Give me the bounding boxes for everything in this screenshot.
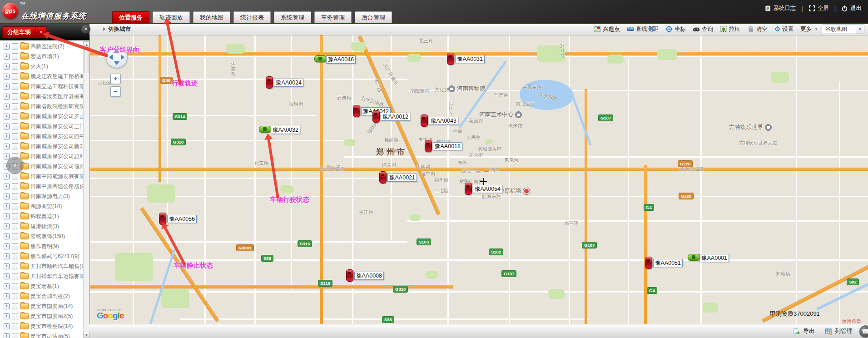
- nav-tab[interactable]: 轨迹回放: [153, 11, 190, 23]
- tree-item[interactable]: +灵宝市国资局(14): [0, 301, 84, 311]
- tree-checkbox[interactable]: [12, 103, 18, 109]
- tree-item[interactable]: +嘉铭装饰(150): [0, 231, 84, 241]
- terms-link[interactable]: 使用条款: [842, 318, 862, 324]
- tree-checkbox[interactable]: [12, 243, 18, 249]
- column-manage-button[interactable]: 列管理: [825, 327, 853, 335]
- tree-item[interactable]: +锦程奥迪(1): [0, 211, 84, 221]
- expand-icon[interactable]: +: [4, 293, 10, 299]
- tree-checkbox[interactable]: [12, 233, 18, 239]
- tree-item[interactable]: +河南威盾保安公司三门峡: [0, 121, 84, 131]
- tree-checkbox[interactable]: [12, 173, 18, 179]
- tree-checkbox[interactable]: [12, 193, 18, 199]
- sidebar-collapse-handle[interactable]: ‹: [6, 157, 24, 174]
- sidebar-scrollbar[interactable]: ▲ ▼: [83, 41, 89, 338]
- expand-icon[interactable]: +: [4, 124, 10, 129]
- scroll-down-icon[interactable]: ▼: [84, 332, 89, 338]
- fullscreen-link[interactable]: 全屏: [808, 5, 829, 12]
- tree-item[interactable]: +河南省汝英医疗器械有限公司: [0, 91, 84, 101]
- tree-item[interactable]: +火火(1): [0, 61, 84, 71]
- expand-icon[interactable]: +: [4, 323, 10, 329]
- tree-item[interactable]: +灵宝宏基(1): [0, 281, 84, 291]
- tree-item[interactable]: +灵宝市司法局(5): [0, 331, 84, 338]
- tree-checkbox[interactable]: [12, 93, 18, 99]
- coord-tool[interactable]: 坐标: [665, 25, 686, 33]
- scroll-up-icon[interactable]: ▲: [84, 41, 89, 48]
- tree-item[interactable]: +河南威盾保安公司西平: [0, 131, 84, 141]
- expand-icon[interactable]: +: [4, 74, 10, 80]
- nav-tab[interactable]: 车务管理: [314, 11, 352, 23]
- tree-checkbox[interactable]: [12, 213, 18, 219]
- tree-item[interactable]: +灵宝市国资局2(5): [0, 311, 84, 321]
- map-pan-control[interactable]: [106, 46, 128, 68]
- tree-item[interactable]: +开封市顺铃汽车销售(9): [0, 261, 84, 271]
- expand-icon[interactable]: +: [4, 174, 10, 179]
- expand-icon[interactable]: +: [4, 254, 10, 259]
- tree-checkbox[interactable]: [12, 303, 18, 309]
- nav-tab[interactable]: 位置服务: [112, 11, 149, 23]
- tree-item[interactable]: +灵宝市检察院(14): [0, 321, 84, 331]
- zoom-in-button[interactable]: +: [110, 74, 121, 84]
- expand-icon[interactable]: +: [4, 263, 10, 269]
- expand-icon[interactable]: +: [4, 94, 10, 99]
- tree-checkbox[interactable]: [12, 273, 18, 279]
- expand-icon[interactable]: +: [4, 214, 10, 219]
- tree-checkbox[interactable]: [12, 63, 18, 70]
- expand-icon[interactable]: +: [4, 194, 10, 199]
- tree-checkbox[interactable]: [12, 183, 18, 189]
- tree-item[interactable]: +河南立达工程科技有限公司: [0, 81, 84, 91]
- group-vehicles-button[interactable]: 分组车辆 ▼: [2, 26, 47, 38]
- ruler-tool[interactable]: 直线测距: [627, 25, 659, 33]
- nav-tab[interactable]: 统计报表: [233, 11, 271, 23]
- tree-item[interactable]: +建港物流(3): [0, 221, 84, 231]
- expand-icon[interactable]: +: [4, 234, 10, 239]
- expand-icon[interactable]: +: [4, 114, 10, 119]
- expand-icon[interactable]: +: [4, 44, 10, 50]
- expand-icon[interactable]: +: [4, 54, 10, 60]
- poi-tool[interactable]: 兴趣点: [594, 25, 620, 33]
- tree-checkbox[interactable]: [12, 333, 18, 338]
- map[interactable]: 塔松路化工路化工路梧桐街长椿路瑞达路西三环五龙口南路电厂路石佛镇冉屯路南阳新村文…: [89, 35, 868, 324]
- tree-checkbox[interactable]: [12, 43, 18, 50]
- zoom-out-button[interactable]: −: [110, 86, 121, 97]
- expand-icon[interactable]: +: [4, 64, 10, 70]
- expand-icon[interactable]: +: [4, 283, 10, 289]
- tree-item[interactable]: +黑龙江农垦建工路桥有限公司: [0, 71, 84, 81]
- tree-item[interactable]: +河南省政院检测研究院有限公司: [0, 101, 84, 111]
- expand-icon[interactable]: +: [4, 273, 10, 279]
- pan-up-icon[interactable]: [114, 50, 119, 53]
- expand-icon[interactable]: +: [4, 134, 10, 139]
- pan-left-icon[interactable]: [109, 55, 113, 60]
- collapse-sidebar-button[interactable]: «: [81, 25, 90, 34]
- tree-item[interactable]: +宏达市场(1): [0, 51, 84, 61]
- power-link[interactable]: 退出: [841, 5, 862, 12]
- boxsel-tool[interactable]: 拉框: [720, 25, 740, 33]
- floating-service-icon[interactable]: ☎: [859, 325, 868, 338]
- tree-item[interactable]: +河南威盾保安公司新郑: [0, 141, 84, 151]
- expand-icon[interactable]: +: [4, 224, 10, 229]
- tree-item[interactable]: +鸿源商贸(10): [0, 201, 84, 211]
- tree-item[interactable]: +河南琛源电力(3): [0, 191, 84, 201]
- tree-item[interactable]: +高新区法院(7): [0, 41, 84, 51]
- tree-checkbox[interactable]: [12, 253, 18, 259]
- export-button[interactable]: 导出: [793, 327, 815, 335]
- tree-checkbox[interactable]: [12, 113, 18, 119]
- expand-icon[interactable]: +: [4, 313, 10, 319]
- expand-icon[interactable]: +: [4, 184, 10, 189]
- expand-icon[interactable]: +: [4, 333, 10, 338]
- tree-checkbox[interactable]: [12, 73, 18, 80]
- log-link[interactable]: 系统日志: [764, 5, 796, 12]
- expand-icon[interactable]: +: [4, 303, 10, 309]
- search-tool[interactable]: 查询: [693, 25, 713, 33]
- tree-checkbox[interactable]: [12, 123, 18, 129]
- tree-item[interactable]: +河南威盾保安公司罗山: [0, 111, 84, 121]
- tree-checkbox[interactable]: [12, 263, 18, 269]
- tree-checkbox[interactable]: [12, 313, 18, 319]
- pan-right-icon[interactable]: [121, 55, 124, 60]
- tree-item[interactable]: +焦作贾明(9): [0, 241, 84, 251]
- clear-tool[interactable]: 清空: [747, 25, 768, 33]
- tree-checkbox[interactable]: [12, 283, 18, 289]
- nav-tab[interactable]: 我的地图: [193, 11, 230, 23]
- tree-checkbox[interactable]: [12, 203, 18, 209]
- nav-tab[interactable]: 后台管理: [355, 11, 392, 23]
- tree-item[interactable]: +灵宝金城驾校(2): [0, 291, 84, 301]
